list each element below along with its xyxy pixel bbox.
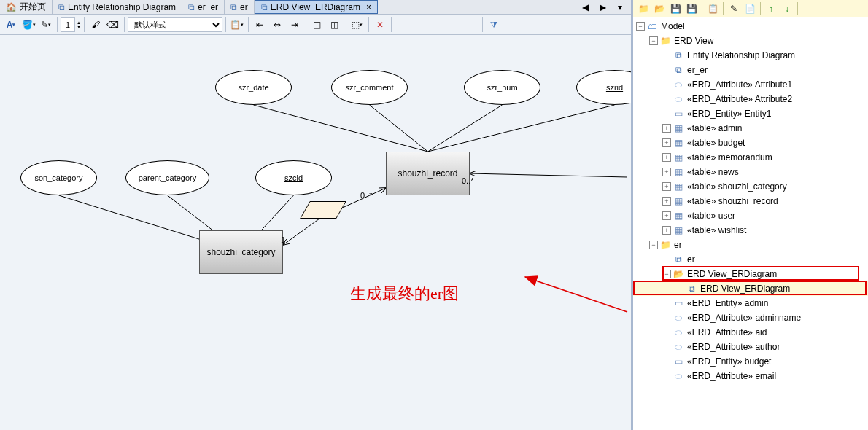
fill-color-button[interactable]: 🪣▾: [20, 17, 36, 33]
attribute-szr_comment[interactable]: szr_comment: [331, 70, 408, 105]
align-right-button[interactable]: ⇥: [287, 17, 303, 33]
bring-front-button[interactable]: ⬚▾: [349, 17, 365, 33]
tab-menu-button[interactable]: ▾: [612, 0, 628, 15]
tree-item[interactable]: ⬭«ERD_Attribute» email: [633, 369, 868, 383]
move-up-button[interactable]: ↑: [764, 1, 778, 16]
font-color-button[interactable]: A▾: [3, 17, 19, 33]
tree-item[interactable]: −🗃Model: [633, 19, 868, 34]
scroll-left-button[interactable]: ◀: [577, 0, 593, 15]
tree-item[interactable]: +▦«table» user: [633, 208, 868, 223]
align-left-button[interactable]: ⇤: [252, 17, 268, 33]
attribute-szr_num[interactable]: szr_num: [464, 70, 540, 105]
attribute-szrid[interactable]: szrid: [576, 70, 631, 105]
tree-item[interactable]: −📂ERD View_ERDiagram: [633, 267, 868, 281]
model-explorer-tree[interactable]: −🗃Model−📁ERD View⧉Entity Relationship Di…: [633, 17, 868, 430]
tree-item[interactable]: +▦«table» admin: [633, 121, 868, 136]
tree-toggle[interactable]: −: [649, 241, 658, 249]
tree-label: «ERD_Attribute» Attribute2: [687, 94, 792, 104]
tree-toggle[interactable]: +: [662, 211, 671, 220]
tree-item[interactable]: ▭«ERD_Entity» budget: [633, 354, 868, 369]
tree-item[interactable]: ⧉er_er: [633, 63, 868, 77]
spinner-buttons[interactable]: ▲▼: [77, 20, 81, 29]
tab-2[interactable]: ⧉er_er: [182, 0, 225, 14]
table-icon: ▦: [673, 195, 684, 207]
delete-button[interactable]: ✕: [372, 17, 388, 33]
entity-icon: ▭: [673, 108, 684, 120]
entity-shouzhi_record[interactable]: shouzhi_record: [386, 152, 470, 195]
new-item-button[interactable]: 📂: [652, 1, 667, 16]
move-down-button[interactable]: ↓: [780, 1, 794, 16]
tab-close-button[interactable]: ×: [366, 2, 371, 12]
explorer-toolbar: 📁 📂 💾 💾 📋 ✎ 📄 ↑ ↓: [633, 0, 868, 17]
tree-item[interactable]: −📁ERD View: [633, 34, 868, 48]
filter-button[interactable]: ⧩: [486, 17, 502, 33]
line-width-input[interactable]: [61, 17, 75, 32]
diagram-canvas[interactable]: 生成最终的er图 shouzhi_recordshouzhi_categorys…: [0, 35, 631, 430]
tree-toggle[interactable]: −: [649, 36, 658, 45]
attribute-szcid[interactable]: szcid: [255, 160, 332, 195]
align-center-button[interactable]: ⇔: [269, 17, 285, 33]
tree-item[interactable]: ⬭«ERD_Attribute» adminname: [633, 310, 868, 325]
tree-label: «table» shouzhi_category: [687, 181, 787, 192]
copy-button[interactable]: 📋: [705, 1, 720, 16]
tree-item[interactable]: ⬭«ERD_Attribute» author: [633, 340, 868, 354]
separator: [248, 17, 249, 32]
entity-shouzhi_category[interactable]: shouzhi_category: [199, 230, 283, 274]
tree-toggle[interactable]: +: [662, 182, 671, 191]
table-icon: ▦: [673, 210, 684, 222]
relationship-diamond[interactable]: [300, 201, 346, 219]
tree-item[interactable]: +▦«table» budget: [633, 136, 868, 150]
tab-1[interactable]: ⧉Entity Relationship Diagram: [53, 0, 182, 14]
group-button[interactable]: ◫: [309, 17, 325, 33]
tree-toggle[interactable]: +: [662, 226, 671, 235]
scroll-right-button[interactable]: ▶: [594, 0, 611, 15]
tree-item[interactable]: ⬭«ERD_Attribute» Attribute1: [633, 77, 868, 92]
tree-toggle[interactable]: +: [662, 153, 671, 162]
style-combo[interactable]: 默认样式: [128, 17, 222, 32]
tab-4[interactable]: ⧉ERD View_ERDiagram×: [255, 0, 378, 14]
tree-label: ERD View_ERDiagram: [687, 269, 777, 279]
save-all-button[interactable]: 💾: [684, 1, 699, 16]
attribute-son_category[interactable]: son_category: [20, 160, 97, 195]
tab-3[interactable]: ⧉er: [225, 0, 255, 14]
tree-item[interactable]: +▦«table» shouzhi_record: [633, 194, 868, 208]
tree-item[interactable]: ⬭«ERD_Attribute» aid: [633, 325, 868, 340]
tree-item[interactable]: ⧉er: [633, 252, 868, 267]
tree-item[interactable]: +▦«table» wishlist: [633, 223, 868, 238]
tree-toggle[interactable]: −: [636, 22, 645, 31]
tree-toggle[interactable]: −: [662, 270, 671, 278]
tree-item[interactable]: ▭«ERD_Entity» admin: [633, 296, 868, 310]
save-button[interactable]: 💾: [668, 1, 683, 16]
table-icon: ▦: [673, 224, 684, 236]
erd-icon: ⧉: [230, 2, 237, 12]
tree-toggle[interactable]: +: [662, 168, 671, 176]
doc-button[interactable]: 📄: [743, 1, 757, 16]
table-icon: ▦: [673, 181, 684, 192]
tree-item[interactable]: ⧉Entity Relationship Diagram: [633, 48, 868, 63]
edit-button[interactable]: ✎: [726, 1, 741, 16]
ungroup-button[interactable]: ◫: [327, 17, 343, 33]
apply-style-button[interactable]: 📋▾: [229, 17, 245, 33]
tree-item[interactable]: +▦«table» memorandum: [633, 150, 868, 165]
tree-toggle[interactable]: +: [662, 124, 671, 133]
tree-item[interactable]: −📁er: [633, 238, 868, 252]
tree-item[interactable]: +▦«table» shouzhi_category: [633, 179, 868, 194]
tree-toggle[interactable]: +: [662, 138, 671, 147]
tree-label: er_er: [687, 65, 708, 75]
tree-toggle[interactable]: +: [662, 197, 671, 206]
format-painter-button[interactable]: 🖌: [88, 17, 104, 33]
tree-item[interactable]: +▦«table» news: [633, 165, 868, 179]
tree-label: «ERD_Entity» budget: [687, 356, 771, 367]
new-folder-button[interactable]: 📁: [636, 1, 651, 16]
tab-0[interactable]: 🏠开始页: [0, 0, 53, 14]
attribute-szr_date[interactable]: szr_date: [215, 70, 292, 105]
eraser-button[interactable]: ⌫: [105, 17, 121, 33]
attribute-parent_category[interactable]: parent_category: [125, 160, 209, 195]
tree-item[interactable]: ⬭«ERD_Attribute» Attribute2: [633, 92, 868, 106]
line-color-button[interactable]: ✎▾: [38, 17, 54, 33]
erd-icon: ⧉: [58, 2, 65, 12]
svg-line-2: [428, 105, 503, 152]
tree-item[interactable]: ▭«ERD_Entity» Entity1: [633, 106, 868, 121]
tree-item[interactable]: ⧉ERD View_ERDiagram: [633, 281, 868, 296]
cardinality-label: 1: [281, 235, 285, 244]
